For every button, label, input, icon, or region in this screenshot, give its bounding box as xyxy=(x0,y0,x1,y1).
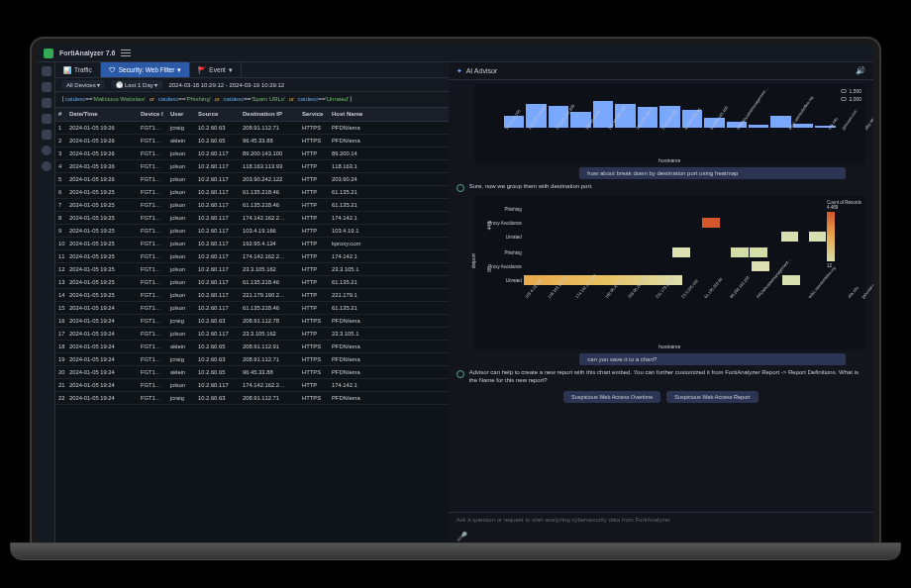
icon-event[interactable] xyxy=(42,130,51,140)
hamburger-icon[interactable] xyxy=(121,49,131,58)
table-row[interactable]: 62024-01-05 19:25FGT1…jolson10.2.60.1176… xyxy=(55,186,449,199)
ai-header: ✦ AI Advisor 🔊 xyxy=(449,62,873,80)
icon-report[interactable] xyxy=(42,114,51,124)
ai-title: AI Advisor xyxy=(466,67,498,74)
table-row[interactable]: 222024-01-05 19:24FGT1…jcraig10.2.60.632… xyxy=(55,392,449,405)
speaker-icon[interactable]: 🔊 xyxy=(856,66,865,75)
left-iconbar xyxy=(38,62,55,543)
filter-bar: All Devices ▾ 🕐 Last 1 Day ▾ 2024-03-18 … xyxy=(55,78,449,92)
query-bar[interactable]: [catdesc=='Malicious Websites' or catdes… xyxy=(55,92,449,108)
tab-event[interactable]: 🚩 Event ▾ xyxy=(190,62,242,77)
table-row[interactable]: 162024-01-05 19:24FGT1…jcraig10.2.60.632… xyxy=(55,315,449,328)
ai-input-placeholder: Ask a question or request to start analy… xyxy=(456,515,865,532)
app-title: FortiAnalyzer 7.6 xyxy=(59,49,115,56)
suggestion-buttons: Suspicious Web Access Overtime Suspiciou… xyxy=(456,391,865,403)
table-header: # Date/Time Device I User Source Destina… xyxy=(55,108,449,122)
suggestion-report[interactable]: Suspicious Web Access Report xyxy=(666,391,758,403)
tab-traffic[interactable]: 📊 Traffic xyxy=(55,62,101,77)
table-row[interactable]: 122024-01-05 19:25FGT1…jolson10.2.60.117… xyxy=(55,263,449,276)
heatmap-legend: Count of Records 4,489 12 xyxy=(827,200,861,268)
table-row[interactable]: 92024-01-05 19:25FGT1…jolson10.2.60.1171… xyxy=(55,225,449,238)
col-datetime[interactable]: Date/Time xyxy=(69,111,141,117)
ai-avatar-icon xyxy=(456,370,464,378)
table-row[interactable]: 72024-01-05 19:25FGT1…jolson10.2.60.1176… xyxy=(55,199,449,212)
chart1-legend: 1,500 2,000 xyxy=(841,88,861,102)
user-message-2: can you save it to a chart? xyxy=(579,353,846,365)
table-row[interactable]: 142024-01-05 19:25FGT1…jolson10.2.60.117… xyxy=(55,289,449,302)
app-icon xyxy=(44,49,53,58)
ai-avatar-icon xyxy=(456,184,464,192)
user-message-1: how about break down by destination port… xyxy=(579,167,846,179)
col-service[interactable]: Service xyxy=(302,111,332,117)
table-row[interactable]: 182024-01-05 19:24FGT1…aklein10.2.60.652… xyxy=(55,341,449,353)
col-source[interactable]: Source xyxy=(198,111,243,117)
table-row[interactable]: 32024-01-05 19:26FGT1…jolson10.2.60.1178… xyxy=(55,147,449,160)
table-row[interactable]: 172024-01-05 19:24FGT1…jolson10.2.60.117… xyxy=(55,328,449,341)
table-row[interactable]: 192024-01-05 19:24FGT1…jcraig10.2.60.632… xyxy=(55,353,449,366)
table-row[interactable]: 82024-01-05 19:25FGT1…jolson10.2.60.1171… xyxy=(55,212,449,225)
table-row[interactable]: 42024-01-05 19:26FGT1…jolson10.2.60.1171… xyxy=(55,160,449,173)
icon-add[interactable] xyxy=(42,146,51,155)
mic-icon[interactable]: 🎤 xyxy=(456,532,467,541)
col-user[interactable]: User xyxy=(170,111,198,117)
icon-home[interactable] xyxy=(42,66,51,76)
device-filter[interactable]: All Devices ▾ xyxy=(61,80,105,89)
heatmap-ylabel: dstport xyxy=(470,253,476,268)
heatmap-chart: dstport 443 Phishing Proxy Avoidance Unr… xyxy=(474,196,865,349)
table-row[interactable]: 22024-01-05 19:26FGT1…aklein10.2.60.6596… xyxy=(55,135,449,147)
table-row[interactable]: 152024-01-05 19:24FGT1…jolson10.2.60.117… xyxy=(55,302,449,315)
table-row[interactable]: 112024-01-05 19:25FGT1…jolson10.2.60.117… xyxy=(55,250,449,263)
table-row[interactable]: 52024-01-05 19:26FGT1…jolson10.2.60.1172… xyxy=(55,173,449,186)
col-dest[interactable]: Destination IP xyxy=(243,111,302,117)
icon-refresh[interactable] xyxy=(42,161,51,171)
chat-body: 103.4.19.166118.163.113.93174.142.162.20… xyxy=(449,80,873,512)
table-row[interactable]: 12024-01-05 19:26FGT1…jcraig10.2.60.6320… xyxy=(55,122,449,135)
time-filter[interactable]: 🕐 Last 1 Day ▾ xyxy=(111,80,162,89)
table-body: 12024-01-05 19:26FGT1…jcraig10.2.60.6320… xyxy=(55,122,449,405)
col-device[interactable]: Device I xyxy=(141,111,170,117)
ai-input[interactable]: Ask a question or request to start analy… xyxy=(449,512,873,543)
col-num[interactable]: # xyxy=(55,111,69,117)
ai-reply-2: Advisor can help to create a new report … xyxy=(456,369,865,385)
tab-bar: 📊 Traffic 🛡 Security: Web Filter ▾ 🚩 Eve… xyxy=(55,62,449,78)
table-row[interactable]: 202024-01-05 19:24FGT1…aklein10.2.60.659… xyxy=(55,366,449,379)
icon-log[interactable] xyxy=(42,98,51,108)
suggestion-overtime[interactable]: Suspicious Web Access Overtime xyxy=(563,391,660,403)
col-hostname[interactable]: Host Name xyxy=(332,111,381,117)
bar-chart: 103.4.19.166118.163.113.93174.142.162.20… xyxy=(474,84,865,163)
ai-advisor-panel: ✦ AI Advisor 🔊 103.4.19.166118.163.113.9… xyxy=(449,62,873,543)
heatmap-xaxis: hostname xyxy=(474,343,865,349)
log-panel: 📊 Traffic 🛡 Security: Web Filter ▾ 🚩 Eve… xyxy=(55,62,449,543)
chart1-xlabel: hostname xyxy=(474,157,865,163)
ai-reply-1: Sure, now we group them with destination… xyxy=(456,183,865,192)
app-titlebar: FortiAnalyzer 7.6 xyxy=(38,45,873,62)
spark-icon: ✦ xyxy=(456,67,462,75)
icon-dashboard[interactable] xyxy=(42,82,51,92)
tab-security[interactable]: 🛡 Security: Web Filter ▾ xyxy=(101,62,191,77)
log-table: # Date/Time Device I User Source Destina… xyxy=(55,108,449,543)
table-row[interactable]: 212024-01-05 19:24FGT1…jolson10.2.60.117… xyxy=(55,379,449,392)
time-range: 2024-03-18 10:29:12 - 2024-03-19 10:29:1… xyxy=(168,82,284,88)
table-row[interactable]: 132024-01-05 19:25FGT1…jolson10.2.60.117… xyxy=(55,276,449,289)
table-row[interactable]: 102024-01-05 19:25FGT1…jolson10.2.60.117… xyxy=(55,238,449,250)
